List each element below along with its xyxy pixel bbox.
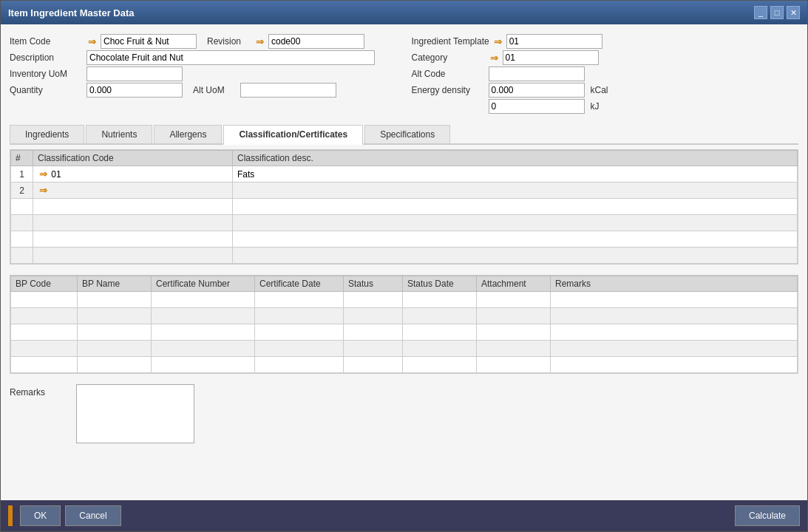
remarks-textarea[interactable] <box>76 384 194 443</box>
table-row <box>11 324 798 341</box>
ingredient-template-arrow: ⇒ <box>494 36 502 47</box>
content-area: Item Code ⇒ Revision ⇒ Description Inven… <box>1 24 807 500</box>
table-row <box>11 308 798 324</box>
row-2-desc <box>233 183 798 199</box>
col-status-date: Status Date <box>403 276 477 292</box>
category-row: Category ⇒ <box>412 50 799 66</box>
col-cert-date: Certificate Date <box>255 276 344 292</box>
left-fields: Item Code ⇒ Revision ⇒ Description Inven… <box>10 33 397 115</box>
table-row: 2 ⇒ <box>11 183 798 199</box>
category-arrow: ⇒ <box>490 52 498 64</box>
col-remarks: Remarks <box>551 276 798 292</box>
tab-allergens[interactable]: Allergens <box>154 125 222 143</box>
alt-code-row: Alt Code <box>412 66 799 82</box>
row-1-desc: Fats <box>233 166 798 183</box>
energy-density-row: Energy density kCal <box>412 82 799 98</box>
close-button[interactable]: ✕ <box>787 6 800 19</box>
row-1-code: ⇒ 01 <box>33 166 233 183</box>
item-code-row: Item Code ⇒ Revision ⇒ <box>10 33 397 50</box>
inventory-uom-label: Inventory UoM <box>10 69 84 79</box>
energy-unit-2: kJ <box>591 101 600 112</box>
tab-specifications[interactable]: Specifications <box>364 125 450 143</box>
tab-ingredients[interactable]: Ingredients <box>10 125 84 143</box>
col-classification-desc: Classification desc. <box>233 151 798 166</box>
revision-label: Revision <box>207 36 251 47</box>
ok-button[interactable]: OK <box>20 505 61 526</box>
quantity-label: Quantity <box>10 85 84 95</box>
alt-uom-label: Alt UoM <box>193 85 237 95</box>
category-input[interactable] <box>503 50 599 65</box>
energy-unit-1: kCal <box>591 85 608 95</box>
table-row <box>11 357 798 373</box>
window-controls: _ □ ✕ <box>754 6 800 19</box>
col-status: Status <box>344 276 403 292</box>
row-1-num: 1 <box>11 166 33 183</box>
revision-input[interactable] <box>268 34 364 49</box>
table-row: 1 ⇒ 01 Fats <box>11 166 798 183</box>
main-window: Item Ingredient Master Data _ □ ✕ Item C… <box>0 0 808 532</box>
inventory-uom-row: Inventory UoM <box>10 66 397 82</box>
cancel-button[interactable]: Cancel <box>65 505 120 526</box>
minimize-button[interactable]: _ <box>754 6 767 19</box>
alt-code-label: Alt Code <box>412 69 486 79</box>
category-label: Category <box>412 52 486 63</box>
remarks-label: Remarks <box>10 384 69 398</box>
footer: OK Cancel Calculate <box>1 500 807 531</box>
item-code-arrow: ⇒ <box>88 36 96 47</box>
quantity-row: Quantity Alt UoM <box>10 82 397 98</box>
description-row: Description <box>10 50 397 66</box>
right-fields: Ingredient Template ⇒ Category ⇒ Alt Cod… <box>412 33 799 115</box>
row-2-num: 2 <box>11 183 33 199</box>
table-row <box>11 292 798 308</box>
table-row <box>11 215 798 231</box>
table-row <box>11 248 798 264</box>
maximize-button[interactable]: □ <box>770 6 784 19</box>
quantity-input[interactable] <box>86 83 183 98</box>
alt-code-input[interactable] <box>489 66 585 81</box>
description-input[interactable] <box>86 50 375 65</box>
revision-arrow: ⇒ <box>256 36 264 47</box>
classification-table-section: # Classification Code Classification des… <box>10 149 798 265</box>
inventory-uom-input[interactable] <box>86 66 183 81</box>
item-code-input[interactable] <box>101 34 197 49</box>
window-title: Item Ingredient Master Data <box>8 7 135 18</box>
col-cert-number: Certificate Number <box>152 276 255 292</box>
table-row <box>11 199 798 215</box>
table-row <box>11 341 798 357</box>
form-fields: Item Code ⇒ Revision ⇒ Description Inven… <box>10 33 798 115</box>
col-bp-name: BP Name <box>78 276 152 292</box>
row-2-code: ⇒ <box>33 183 233 199</box>
footer-left-buttons: OK Cancel <box>8 505 121 526</box>
classification-table: # Classification Code Classification des… <box>10 150 798 264</box>
energy-density-label: Energy density <box>412 85 486 95</box>
alt-uom-input[interactable] <box>240 83 336 98</box>
ingredient-template-label: Ingredient Template <box>412 36 489 47</box>
tab-nutrients[interactable]: Nutrients <box>86 125 152 143</box>
ingredient-template-row: Ingredient Template ⇒ <box>412 33 799 50</box>
energy-density-input[interactable] <box>489 83 585 98</box>
tab-classification[interactable]: Classification/Certificates <box>223 125 363 145</box>
remarks-section: Remarks <box>10 384 798 443</box>
tab-bar: Ingredients Nutrients Allergens Classifi… <box>10 125 798 145</box>
col-attachment: Attachment <box>477 276 551 292</box>
calculate-button[interactable]: Calculate <box>735 505 800 526</box>
certificates-table-section: BP Code BP Name Certificate Number Certi… <box>10 275 798 374</box>
col-classification-code: Classification Code <box>33 151 233 166</box>
energy-kj-input[interactable] <box>489 99 585 114</box>
description-label: Description <box>10 52 84 63</box>
item-code-label: Item Code <box>10 36 84 47</box>
col-num: # <box>11 151 33 166</box>
ingredient-template-input[interactable] <box>506 34 602 49</box>
table-row <box>11 231 798 248</box>
col-bp-code: BP Code <box>11 276 78 292</box>
energy-kj-row: kJ <box>412 98 799 115</box>
certificates-table: BP Code BP Name Certificate Number Certi… <box>10 276 798 373</box>
titlebar: Item Ingredient Master Data _ □ ✕ <box>1 1 807 24</box>
